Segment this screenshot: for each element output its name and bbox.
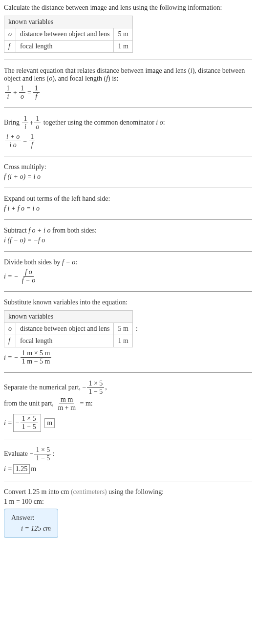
var-io: i o — [156, 119, 163, 126]
separator — [4, 439, 252, 439]
table-header: known variables — [4, 16, 133, 28]
boxed-value: − 1 × 51 − 5 — [13, 414, 41, 432]
step-text: Evaluate −1 × 51 − 5: — [4, 446, 252, 462]
boxed-value: 1.25 — [13, 464, 30, 474]
table-row: o distance between object and lens 5 m — [4, 28, 133, 41]
step-text: Subtract f o + i o from both sides: — [4, 227, 252, 235]
answer-label: Answer: — [11, 514, 51, 522]
numerator: 1 × 5 — [21, 415, 38, 423]
unit: m — [31, 465, 36, 473]
text: from the unit part, — [4, 400, 55, 407]
denominator: i o — [8, 141, 18, 149]
var-symbol: o — [4, 28, 16, 41]
table-header: known variables — [4, 311, 133, 323]
answer-equation: i = 125 cm — [11, 525, 51, 533]
separator — [4, 481, 252, 481]
numerator: 1 — [22, 115, 28, 123]
denominator: f — [30, 141, 35, 149]
equation: f (i + o) = i o — [4, 173, 252, 181]
step-separate: Separate the numerical part, −1 × 51 − 5… — [4, 380, 252, 432]
equation: i (f − o) = −f o — [4, 236, 252, 244]
denominator: 1 − 5 — [87, 388, 104, 396]
denominator: i — [6, 93, 11, 101]
numerator: 1 × 5 — [87, 380, 104, 388]
separator — [4, 156, 252, 156]
equation: i = − f of − o — [4, 268, 252, 284]
text: using the following: — [107, 488, 164, 495]
numerator: 1 × 5 — [34, 446, 51, 454]
separator — [4, 107, 252, 108]
step-cross-multiply: Cross multiply: f (i + o) = i o — [4, 163, 252, 181]
plus: + — [13, 89, 17, 97]
text: Bring — [4, 119, 21, 126]
numerator: 1 — [34, 115, 41, 123]
text: ), and focal length ( — [52, 75, 106, 82]
colon: : — [136, 325, 138, 333]
step-text: Separate the numerical part, −1 × 51 − 5… — [4, 380, 252, 412]
lhs: i = − — [4, 273, 19, 280]
step-common-denominator: Bring 1i + 1o together using the common … — [4, 115, 252, 149]
step-text: Expand out terms of the left hand side: — [4, 195, 252, 203]
plus: + — [29, 119, 33, 127]
table-row: f focal length 1 m — [4, 41, 133, 53]
numerator: 1 — [5, 85, 11, 93]
text: ) is: — [108, 75, 118, 82]
equation: f i + f o = i o — [4, 205, 252, 213]
equation: i = − 1 m × 5 m1 m − 5 m — [4, 349, 252, 365]
equation: i + oi o = 1f — [4, 133, 252, 149]
table-row: f focal length 1 m — [4, 335, 133, 347]
text: Subtract — [4, 227, 28, 234]
expr: f − o — [62, 258, 75, 266]
equals: = — [23, 137, 27, 145]
denominator: f − o — [21, 277, 37, 284]
colon: : — [52, 450, 54, 457]
unit-name: (centimeters) — [71, 488, 107, 495]
numerator: m m — [59, 396, 74, 404]
var-symbol: o — [4, 323, 16, 335]
var-symbol: f — [4, 41, 16, 53]
step-text: Convert 1.25 m into cm (centimeters) usi… — [4, 488, 252, 496]
var-value: 5 m — [114, 28, 132, 41]
known-variables-table: known variables o distance between objec… — [4, 310, 133, 347]
denominator: 1 m − 5 m — [21, 358, 52, 365]
step-convert: Convert 1.25 m into cm (centimeters) usi… — [4, 488, 252, 538]
step-text: Bring 1i + 1o together using the common … — [4, 115, 252, 131]
var-symbol: f — [4, 335, 16, 347]
step-substitute: Substitute known variables into the equa… — [4, 299, 252, 365]
denominator: 1 − 5 — [21, 423, 38, 431]
var-value: 1 m — [114, 41, 132, 53]
answer-box: Answer: i = 125 cm — [4, 509, 58, 538]
var-desc: distance between object and lens — [16, 323, 114, 335]
numerator: 1 m × 5 m — [21, 349, 52, 358]
intro-text: Calculate the distance between image and… — [4, 4, 252, 12]
text: = m: — [78, 400, 93, 407]
minus: − — [16, 419, 20, 427]
var-desc: focal length — [16, 335, 114, 347]
separator — [4, 251, 252, 252]
table-row: o distance between object and lens 5 m — [4, 323, 133, 335]
equation: 1i + 1o = 1f — [4, 85, 252, 101]
step-expand: Expand out terms of the left hand side: … — [4, 195, 252, 213]
equals: = — [27, 89, 31, 97]
text: Divide both sides by — [4, 258, 62, 266]
step-text: Substitute known variables into the equa… — [4, 299, 252, 306]
step-divide: Divide both sides by f − o: i = − f of −… — [4, 258, 252, 284]
step-subtract: Subtract f o + i o from both sides: i (f… — [4, 227, 252, 244]
var-value: 1 m — [114, 335, 132, 347]
text: Convert 1.25 m into cm — [4, 488, 71, 495]
lhs: i = — [4, 419, 12, 427]
colon: : — [75, 258, 77, 266]
numerator: 1 — [19, 85, 25, 93]
lhs: i = − — [4, 354, 19, 362]
separator — [4, 372, 252, 373]
step-text: Divide both sides by f − o: — [4, 258, 252, 266]
denominator: f — [34, 93, 39, 101]
text: The relevant equation that relates dista… — [4, 67, 191, 74]
equation: i = 1.25 m — [4, 464, 252, 474]
boxed-unit: m — [44, 418, 55, 428]
denominator: i — [23, 123, 28, 131]
denominator: o — [34, 123, 41, 131]
numerator: f o — [23, 268, 33, 277]
step-text: Cross multiply: — [4, 163, 252, 171]
equation: i = − 1 × 51 − 5 m — [4, 414, 252, 432]
